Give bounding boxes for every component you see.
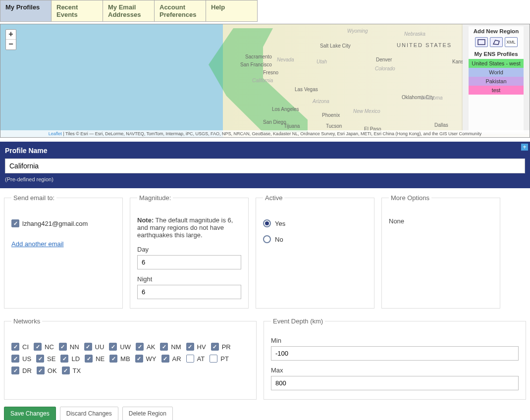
email-checkbox-row[interactable]: lzhang421@gmail.com <box>11 219 88 227</box>
network-checkbox-tx[interactable]: TX <box>62 367 81 374</box>
map[interactable]: UNITED STATES Salt Lake City Denver Kans… <box>0 24 530 138</box>
network-checkbox-box-ok[interactable] <box>37 367 45 374</box>
discard-button[interactable]: Discard Changes <box>60 407 118 420</box>
add-region-title: Add New Region <box>469 26 524 36</box>
network-checkbox-nc[interactable]: NC <box>34 343 54 351</box>
network-checkbox-box-ne[interactable] <box>85 355 93 363</box>
profile-item-test[interactable]: test <box>469 86 524 95</box>
network-checkbox-box-pr[interactable] <box>211 343 219 351</box>
depth-min-input[interactable] <box>271 346 519 361</box>
network-checkbox-us[interactable]: US <box>11 355 31 363</box>
magnitude-night-input[interactable] <box>137 285 241 299</box>
network-checkbox-box-dr[interactable] <box>11 367 19 374</box>
network-checkbox-wy[interactable]: WY <box>135 355 157 363</box>
map-label-arizona: Arizona <box>313 99 329 104</box>
leaflet-link[interactable]: Leaflet <box>49 131 62 136</box>
network-checkbox-box-wy[interactable] <box>135 355 143 363</box>
map-label-sf: San Francisco <box>240 62 272 67</box>
active-yes-radio[interactable] <box>263 219 271 227</box>
tab-help[interactable]: Help <box>206 0 258 22</box>
network-checkbox-box-uu[interactable] <box>84 343 92 351</box>
network-checkbox-box-tx[interactable] <box>62 367 70 374</box>
network-checkbox-box-ci[interactable] <box>11 343 19 351</box>
network-checkbox-nn[interactable]: NN <box>59 343 79 351</box>
network-checkbox-box-ld[interactable] <box>60 355 68 363</box>
profile-item-us-west[interactable]: United States - west <box>469 59 524 68</box>
network-label-ak: AK <box>147 343 155 351</box>
map-attribution: Leaflet | Tiles © Esri — Esri, DeLorme, … <box>0 130 530 137</box>
network-checkbox-box-nc[interactable] <box>34 343 42 351</box>
more-options-fieldset: More Options None <box>381 194 500 309</box>
network-label-ne: NE <box>96 355 105 363</box>
network-checkbox-ne[interactable]: NE <box>85 355 105 363</box>
network-label-nc: NC <box>45 343 54 351</box>
network-checkbox-nm[interactable]: NM <box>160 343 181 351</box>
active-yes-row[interactable]: Yes <box>263 219 285 227</box>
active-legend: Active <box>263 194 284 202</box>
network-checkbox-dr[interactable]: DR <box>11 367 32 374</box>
network-checkbox-box-mb[interactable] <box>109 355 117 363</box>
network-checkbox-box-uw[interactable] <box>109 343 117 351</box>
network-checkbox-pr[interactable]: PR <box>211 343 231 351</box>
magnitude-day-input[interactable] <box>137 255 241 269</box>
network-checkbox-se[interactable]: SE <box>36 355 55 363</box>
profile-item-pakistan[interactable]: Pakistan <box>469 77 524 86</box>
network-checkbox-box-nn[interactable] <box>59 343 67 351</box>
network-label-ci: CI <box>22 343 29 351</box>
active-no-row[interactable]: No <box>263 235 283 243</box>
rectangle-region-button[interactable] <box>475 37 488 47</box>
network-checkbox-box-at[interactable] <box>186 355 194 363</box>
profile-name-input[interactable] <box>5 158 525 173</box>
map-label-denver: Denver <box>376 57 392 62</box>
add-email-link[interactable]: Add another email <box>11 240 64 248</box>
network-checkbox-box-se[interactable] <box>36 355 44 363</box>
active-fieldset: Active Yes No <box>256 194 374 309</box>
network-checkbox-ld[interactable]: LD <box>60 355 80 363</box>
network-checkbox-ok[interactable]: OK <box>37 367 57 374</box>
map-label-nm: New Mexico <box>353 108 380 114</box>
network-checkbox-box-ak[interactable] <box>136 343 144 351</box>
tab-account-preferences[interactable]: Account Preferences <box>155 0 206 22</box>
profile-item-world[interactable]: World <box>469 68 524 77</box>
expand-icon[interactable]: + <box>521 144 528 151</box>
network-checkbox-box-ar[interactable] <box>161 355 169 363</box>
network-label-mb: MB <box>120 355 130 363</box>
network-checkbox-ci[interactable]: CI <box>11 343 29 351</box>
magnitude-fieldset: Magnitude: Note: The default magnitude i… <box>130 194 249 309</box>
map-label-sac: Sacramento <box>245 54 272 59</box>
network-checkbox-box-us[interactable] <box>11 355 19 363</box>
network-label-tx: TX <box>73 367 81 374</box>
network-checkbox-box-nm[interactable] <box>160 343 168 351</box>
delete-region-button[interactable]: Delete Region <box>122 407 173 420</box>
network-label-us: US <box>22 355 31 363</box>
network-checkbox-ar[interactable]: AR <box>161 355 181 363</box>
zoom-out-button[interactable]: − <box>6 40 16 50</box>
tab-my-profiles[interactable]: My Profiles <box>0 0 52 22</box>
network-checkbox-at[interactable]: AT <box>186 355 205 363</box>
network-checkbox-box-pt[interactable] <box>210 355 217 363</box>
tab-recent-events[interactable]: Recent Events <box>52 0 103 22</box>
network-label-at: AT <box>197 355 205 363</box>
map-label-california: California <box>252 78 273 83</box>
network-checkbox-pt[interactable]: PT <box>210 355 229 363</box>
network-checkbox-uw[interactable]: UW <box>109 343 131 351</box>
network-label-wy: WY <box>146 355 157 363</box>
zoom-in-button[interactable]: + <box>6 30 16 40</box>
profile-name-label: Profile Name <box>5 147 525 155</box>
network-label-nm: NM <box>171 343 181 351</box>
tab-my-email[interactable]: My Email Addresses <box>103 0 155 22</box>
email-checkbox[interactable] <box>11 219 19 227</box>
active-no-radio[interactable] <box>263 235 271 243</box>
xml-region-button[interactable]: XML <box>505 37 518 47</box>
magnitude-note: Note: The default magnitude is 6, and ma… <box>137 216 241 239</box>
network-checkbox-ak[interactable]: AK <box>136 343 155 351</box>
map-label-utah: Utah <box>317 59 327 64</box>
polygon-region-button[interactable] <box>490 37 503 47</box>
network-checkbox-hv[interactable]: HV <box>186 343 206 351</box>
depth-max-input[interactable] <box>271 376 519 390</box>
map-label-wyoming: Wyoming <box>347 28 368 34</box>
save-button[interactable]: Save Changes <box>4 407 56 420</box>
network-checkbox-uu[interactable]: UU <box>84 343 105 351</box>
network-checkbox-box-hv[interactable] <box>186 343 194 351</box>
network-checkbox-mb[interactable]: MB <box>109 355 130 363</box>
